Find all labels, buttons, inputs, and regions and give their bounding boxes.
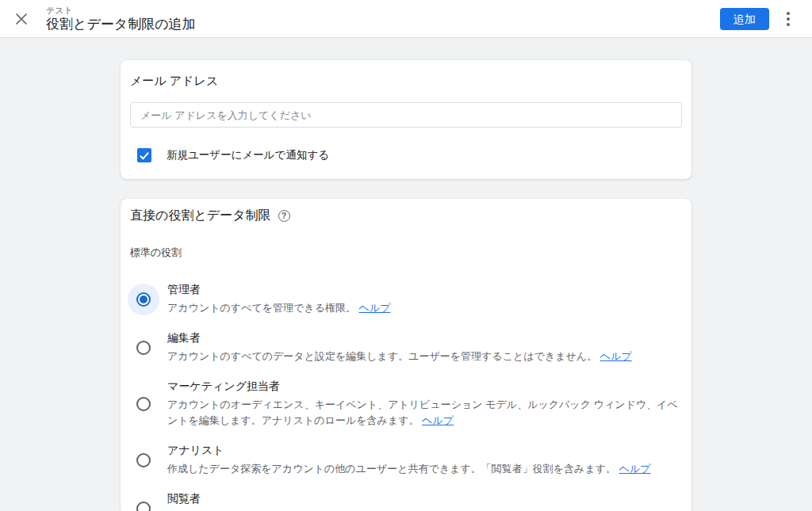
role-description-text: 作成したデータ探索をアカウントの他のユーザーと共有できます。「閲覧者」役割を含み… <box>167 463 616 475</box>
kebab-icon <box>787 12 790 26</box>
help-link[interactable]: ヘルプ <box>359 302 391 314</box>
role-option-marketer: マーケティング担当者 アカウントのオーディエンス、キーイベント、アトリビューショ… <box>130 379 682 429</box>
add-button[interactable]: 追加 <box>720 8 769 30</box>
notify-checkbox-label[interactable]: 新規ユーザーにメールで通知する <box>167 148 329 162</box>
role-option-admin: 管理者 アカウントのすべてを管理できる権限。 ヘルプ <box>130 282 682 316</box>
role-description: 作成したデータ探索をアカウントの他のユーザーと共有できます。「閲覧者」役割を含み… <box>167 461 651 477</box>
help-link[interactable]: ヘルプ <box>422 414 454 426</box>
help-icon[interactable] <box>278 210 290 222</box>
notify-checkbox[interactable] <box>137 148 151 162</box>
role-radio-admin[interactable] <box>128 284 159 315</box>
role-description: アカウントのオーディエンス、キーイベント、アトリビューション モデル、ルックバッ… <box>167 397 682 429</box>
close-icon <box>15 13 28 25</box>
role-name: アナリスト <box>167 443 651 457</box>
help-link[interactable]: ヘルプ <box>619 463 651 475</box>
radio-icon <box>136 453 151 467</box>
role-text: 管理者 アカウントのすべてを管理できる権限。 ヘルプ <box>167 282 391 316</box>
standard-roles-label: 標準の役割 <box>130 246 682 260</box>
help-link[interactable]: ヘルプ <box>600 350 632 362</box>
title-block: テスト 役割とデータ制限の追加 <box>46 6 196 32</box>
role-name: 閲覧者 <box>167 491 463 505</box>
role-name: 編集者 <box>167 330 632 345</box>
role-description: アカウントのすべてのデータと設定を編集します。ユーザーを管理することはできません… <box>167 349 632 364</box>
radio-icon <box>136 501 151 511</box>
email-card: メール アドレス 新規ユーザーにメールで通知する <box>121 60 691 179</box>
email-input[interactable] <box>130 102 682 128</box>
role-text: マーケティング担当者 アカウントのオーディエンス、キーイベント、アトリビューショ… <box>167 379 682 429</box>
role-text: 閲覧者 アカウントのレポートデータと構成設定を表示します。 ヘルプ <box>167 491 463 511</box>
role-radio-editor[interactable] <box>128 332 159 364</box>
role-option-viewer: 閲覧者 アカウントのレポートデータと構成設定を表示します。 ヘルプ <box>130 491 682 511</box>
roles-section-title: 直接の役割とデータ制限 <box>130 208 271 224</box>
role-option-editor: 編集者 アカウントのすべてのデータと設定を編集します。ユーザーを管理することはで… <box>130 330 682 364</box>
notify-checkbox-row: 新規ユーザーにメールで通知する <box>137 148 682 162</box>
email-section-title: メール アドレス <box>130 74 682 89</box>
role-radio-viewer[interactable] <box>128 493 159 511</box>
roles-card: 直接の役割とデータ制限 標準の役割 管理者 アカウントのすべてを管理できる権限。… <box>121 199 691 511</box>
page-title: 役割とデータ制限の追加 <box>46 16 196 32</box>
close-button[interactable] <box>11 9 32 29</box>
add-roles-dialog: テスト 役割とデータ制限の追加 追加 メール アドレス 新規ユーザーにメールで通… <box>0 0 812 511</box>
more-options-button[interactable] <box>777 8 799 30</box>
account-context-label: テスト <box>46 6 196 16</box>
role-option-analyst: アナリスト 作成したデータ探索をアカウントの他のユーザーと共有できます。「閲覧者… <box>130 443 682 477</box>
role-description-text: アカウントのすべてを管理できる権限。 <box>167 302 356 314</box>
role-name: マーケティング担当者 <box>167 379 682 393</box>
role-name: 管理者 <box>167 282 391 296</box>
radio-icon <box>136 397 151 411</box>
roles-list: 管理者 アカウントのすべてを管理できる権限。 ヘルプ 編集者 アカウントのすべて… <box>130 268 682 511</box>
roles-card-header: 直接の役割とデータ制限 <box>130 208 682 224</box>
role-radio-analyst[interactable] <box>128 444 159 476</box>
role-radio-marketer[interactable] <box>128 388 159 420</box>
role-text: アナリスト 作成したデータ探索をアカウントの他のユーザーと共有できます。「閲覧者… <box>167 443 651 477</box>
radio-icon <box>136 292 151 307</box>
header-bar: テスト 役割とデータ制限の追加 追加 <box>0 0 812 38</box>
role-description: アカウントのすべてを管理できる権限。 ヘルプ <box>167 300 391 316</box>
radio-icon <box>136 341 151 355</box>
dialog-body: メール アドレス 新規ユーザーにメールで通知する 直接の役割とデータ制限 標準の… <box>0 38 812 511</box>
role-description-text: アカウントのすべてのデータと設定を編集します。ユーザーを管理することはできません… <box>167 350 597 362</box>
role-text: 編集者 アカウントのすべてのデータと設定を編集します。ユーザーを管理することはで… <box>167 330 632 364</box>
